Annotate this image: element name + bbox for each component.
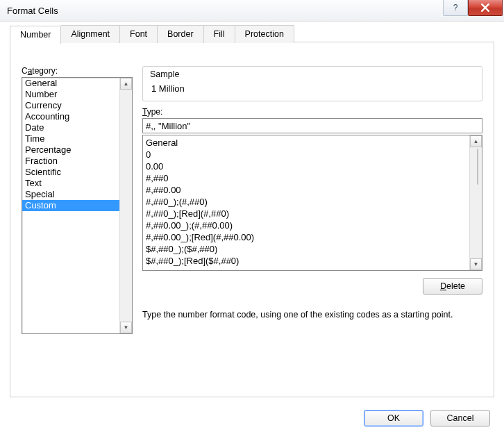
category-item[interactable]: Percentage xyxy=(22,144,119,156)
type-list-item[interactable]: #,##0.00_);(#,##0.00) xyxy=(146,220,467,231)
close-icon xyxy=(481,3,489,12)
type-input[interactable] xyxy=(142,118,482,133)
sample-legend: Sample xyxy=(150,69,475,79)
type-scrollbar[interactable]: ▲ ▼ xyxy=(469,135,482,270)
tab-font[interactable]: Font xyxy=(120,25,158,43)
format-cells-dialog: Format Cells ? Number Alignment Font Bor… xyxy=(0,0,504,439)
category-item[interactable]: General xyxy=(22,78,119,89)
category-item[interactable]: Time xyxy=(22,133,119,144)
type-list-item[interactable]: $#,##0_);($#,##0) xyxy=(146,243,467,255)
type-list-item[interactable]: #,##0_);(#,##0) xyxy=(146,196,467,208)
type-list-item[interactable]: General xyxy=(146,137,467,149)
category-listbox[interactable]: GeneralNumberCurrencyAccountingDateTimeP… xyxy=(22,77,133,334)
scroll-up-icon[interactable]: ▲ xyxy=(470,135,482,147)
delete-row: Delete xyxy=(142,278,482,295)
type-listbox[interactable]: General00.00#,##0#,##0.00#,##0_);(#,##0)… xyxy=(142,135,482,271)
tab-number[interactable]: Number xyxy=(10,26,61,44)
body: Category: GeneralNumberCurrencyAccountin… xyxy=(22,66,482,386)
scroll-down-icon[interactable]: ▼ xyxy=(120,322,132,333)
type-list-item[interactable]: 0.00 xyxy=(146,160,467,172)
content-frame: Number Alignment Font Border Fill Protec… xyxy=(10,42,494,397)
tab-strip: Number Alignment Font Border Fill Protec… xyxy=(10,25,294,44)
type-list-items: General00.00#,##0#,##0.00#,##0_);(#,##0)… xyxy=(143,135,469,270)
ok-button[interactable]: OK xyxy=(364,410,423,426)
category-label: Category: xyxy=(22,66,133,76)
type-label: Type: xyxy=(142,107,482,117)
tab-border[interactable]: Border xyxy=(158,25,204,43)
window-title: Format Cells xyxy=(7,6,58,16)
sample-group: Sample 1 Million xyxy=(142,66,482,101)
category-item[interactable]: Accounting xyxy=(22,111,119,122)
tab-alignment[interactable]: Alignment xyxy=(61,25,120,43)
titlebar: Format Cells ? xyxy=(0,0,504,22)
scroll-up-icon[interactable]: ▲ xyxy=(120,78,132,90)
help-button[interactable]: ? xyxy=(443,0,468,16)
category-column: Category: GeneralNumberCurrencyAccountin… xyxy=(22,66,133,386)
tab-protection[interactable]: Protection xyxy=(235,25,294,43)
scroll-thumb[interactable] xyxy=(477,149,478,185)
category-items: GeneralNumberCurrencyAccountingDateTimeP… xyxy=(22,78,119,333)
hint-text: Type the number format code, using one o… xyxy=(142,310,482,320)
category-item[interactable]: Special xyxy=(22,189,119,200)
details-column: Sample 1 Million Type: General00.00#,##0… xyxy=(142,66,482,386)
category-item[interactable]: Fraction xyxy=(22,156,119,167)
cancel-button[interactable]: Cancel xyxy=(430,410,490,426)
type-list-item[interactable]: #,##0_);[Red](#,##0) xyxy=(146,208,467,220)
delete-button[interactable]: Delete xyxy=(423,278,482,295)
category-item[interactable]: Currency xyxy=(22,100,119,111)
titlebar-buttons: ? xyxy=(443,0,504,21)
sample-value: 1 Million xyxy=(150,83,475,94)
type-list-item[interactable]: #,##0.00 xyxy=(146,184,467,196)
scroll-down-icon[interactable]: ▼ xyxy=(470,258,482,270)
category-item[interactable]: Scientific xyxy=(22,167,119,178)
category-scrollbar[interactable]: ▲ ▼ xyxy=(119,78,132,333)
category-item[interactable]: Custom xyxy=(22,200,119,211)
type-list-item[interactable]: 0 xyxy=(146,149,467,160)
category-item[interactable]: Date xyxy=(22,122,119,133)
category-item[interactable]: Number xyxy=(22,89,119,100)
dialog-footer: OK Cancel xyxy=(364,410,490,426)
type-list-item[interactable]: $#,##0_);[Red]($#,##0) xyxy=(146,255,467,267)
category-item[interactable]: Text xyxy=(22,178,119,189)
close-button[interactable] xyxy=(468,0,503,16)
type-list-item[interactable]: #,##0 xyxy=(146,172,467,184)
type-list-item[interactable]: #,##0.00_);[Red](#,##0.00) xyxy=(146,231,467,243)
help-icon: ? xyxy=(453,3,458,13)
tab-fill[interactable]: Fill xyxy=(204,25,235,43)
